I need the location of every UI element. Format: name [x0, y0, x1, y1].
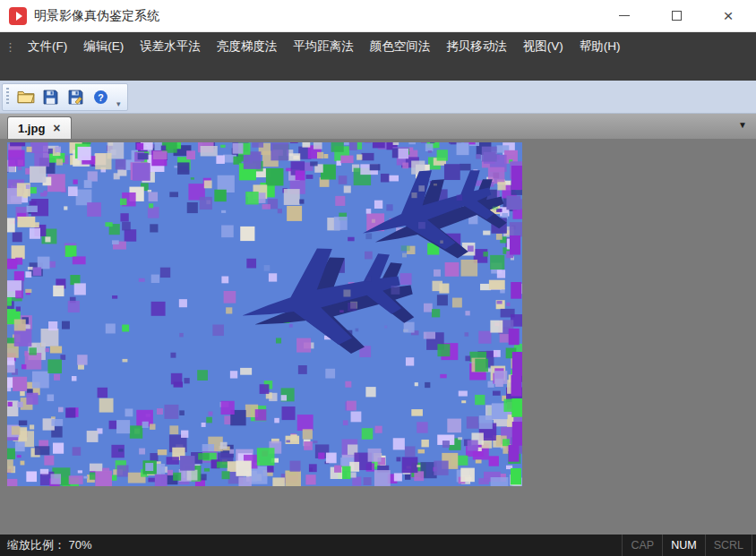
menu-item-file[interactable]: 文件(F) [20, 32, 75, 61]
window-title: 明景影像真伪鉴定系统 [34, 8, 159, 24]
app-icon [9, 7, 27, 25]
close-button[interactable]: × [708, 3, 749, 30]
save-as-icon [68, 90, 83, 105]
menu-bar: ⋮ 文件(F) 编辑(E) 误差水平法 亮度梯度法 平均距离法 颜色空间法 拷贝… [0, 32, 756, 61]
help-icon: ? [93, 90, 108, 105]
menu-item-edit[interactable]: 编辑(E) [75, 32, 132, 61]
maximize-button[interactable] [656, 3, 697, 30]
tab-bar: 1.jpg × ▼ [0, 114, 756, 139]
app-window: 明景影像真伪鉴定系统 × ⋮ 文件(F) 编辑(E) 误差水平法 亮度梯度法 平… [0, 0, 756, 556]
menu-grip-icon: ⋮ [0, 40, 20, 54]
save-as-button[interactable] [64, 86, 87, 108]
menu-item-average-distance[interactable]: 平均距离法 [285, 32, 362, 61]
status-bar: 缩放比例： 70% CAP NUM SCRL [0, 535, 756, 556]
toolbar: ? ▾ [0, 81, 756, 114]
minimize-button[interactable] [604, 3, 645, 30]
save-icon [43, 90, 58, 105]
menu-item-copy-move[interactable]: 拷贝移动法 [438, 32, 515, 61]
caps-lock-indicator: CAP [622, 535, 662, 556]
menu-item-help[interactable]: 帮助(H) [571, 32, 629, 61]
title-bar: 明景影像真伪鉴定系统 × [0, 0, 756, 32]
toolbar-grip[interactable] [6, 88, 9, 106]
menu-item-view[interactable]: 视图(V) [515, 32, 571, 61]
scroll-lock-indicator: SCRL [705, 535, 752, 556]
maximize-icon [672, 11, 682, 21]
help-button[interactable]: ? [90, 86, 112, 108]
zoom-level: 缩放比例： 70% [0, 537, 92, 553]
menu-spacer [0, 61, 756, 81]
minimize-icon [619, 15, 630, 16]
num-lock-indicator: NUM [662, 535, 704, 556]
document-area [0, 139, 756, 535]
save-button[interactable] [39, 86, 62, 108]
app-icon-glyph [16, 12, 22, 21]
menu-item-luminance-gradient[interactable]: 亮度梯度法 [209, 32, 286, 61]
lock-indicators: CAP NUM SCRL [622, 535, 752, 556]
tab-1jpg[interactable]: 1.jpg × [7, 116, 72, 139]
svg-text:?: ? [98, 91, 103, 102]
open-file-button[interactable] [14, 86, 37, 108]
toolbar-chunk: ? ▾ [2, 83, 128, 111]
menu-item-error-level-analysis[interactable]: 误差水平法 [132, 32, 209, 61]
menu-item-color-space[interactable]: 颜色空间法 [362, 32, 439, 61]
close-icon: × [723, 7, 733, 24]
window-controls: × [604, 3, 756, 30]
tab-list-dropdown-icon[interactable]: ▼ [738, 120, 747, 130]
folder-open-icon [17, 90, 35, 104]
toolbar-overflow-button[interactable]: ▾ [115, 98, 123, 110]
tab-label: 1.jpg [18, 122, 45, 135]
tab-close-button[interactable]: × [53, 122, 60, 134]
analysis-image [7, 142, 522, 486]
